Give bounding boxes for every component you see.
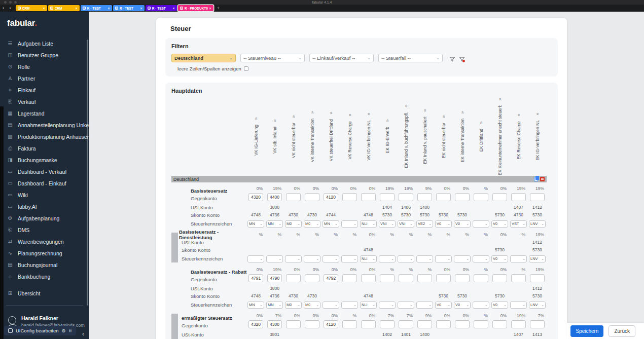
- delete-icon[interactable]: [540, 177, 545, 181]
- filter-clear-icon[interactable]: [459, 55, 465, 61]
- steuerkennzeichen-select[interactable]: LNV⌄: [529, 255, 546, 262]
- column-header-ek-kleinunternehmer-unecht-steuerbef[interactable]: »EK Kleinunternehmer unecht steuerbef.: [490, 96, 509, 176]
- column-header-vk-ig-lieferung[interactable]: »VK IG-Lieferung: [246, 96, 265, 176]
- column-header-ek-reverse-charge[interactable]: »EK Reverse Charge: [509, 96, 528, 176]
- gegenkonto-input[interactable]: [530, 193, 545, 201]
- sidebar-item-produktionsplanung-anhausen[interactable]: ▧Produktionsplanung Anhausen: [0, 131, 89, 142]
- gegenkonto-input[interactable]: [361, 193, 376, 201]
- column-header-ek-drittland[interactable]: »EK Drittland: [472, 96, 490, 176]
- steuerkennzeichen-select[interactable]: ⌄: [398, 302, 414, 309]
- sidebar-item-aufgaben-liste[interactable]: ☰Aufgaben Liste: [0, 37, 89, 49]
- steuerkennzeichen-select[interactable]: ⌄: [341, 255, 358, 262]
- country-select[interactable]: Deutschland⌄: [171, 54, 236, 62]
- steuerkennzeichen-select[interactable]: V0⌄: [454, 302, 471, 309]
- save-button[interactable]: Speichern: [570, 325, 603, 337]
- gegenkonto-input[interactable]: [342, 320, 357, 328]
- gegenkonto-input[interactable]: [455, 193, 470, 201]
- gegenkonto-input[interactable]: [399, 193, 413, 201]
- column-header-vk-reverse-charge[interactable]: »VK Reverse Charge: [340, 96, 359, 176]
- steuerkennzeichen-select[interactable]: ⌄: [341, 302, 358, 309]
- sidebar-item-einkauf[interactable]: ⌗Einkauf: [0, 84, 89, 96]
- steuerkennzeichen-select[interactable]: ⌄: [323, 255, 339, 262]
- gegenkonto-input[interactable]: [380, 193, 395, 201]
- gegenkonto-input[interactable]: [305, 274, 319, 282]
- steuerkennzeichen-select[interactable]: LNV⌄: [529, 220, 546, 228]
- gegenkonto-input[interactable]: [248, 193, 263, 201]
- gegenkonto-input[interactable]: [267, 320, 282, 328]
- gegenkonto-input[interactable]: [492, 193, 507, 201]
- steuerkennzeichen-select[interactable]: VNI⌄: [379, 220, 396, 228]
- tab-close-icon[interactable]: ×: [43, 7, 45, 10]
- column-header-ek-inland-v-buchführungspfl[interactable]: »EK Inland v. buchführungspfl.: [397, 96, 415, 176]
- steuerkennzeichen-select[interactable]: ⌄: [416, 302, 433, 309]
- sidebar-item-fabby-ai[interactable]: ▭fabby.AI: [0, 201, 89, 212]
- steuerkennzeichen-select[interactable]: ⌄: [379, 302, 396, 309]
- sidebar-item-dms[interactable]: ⎗DMS: [0, 224, 89, 236]
- steuerkennzeichen-select[interactable]: MN⌄: [323, 220, 339, 228]
- steuerkennzeichen-select[interactable]: V0⌄: [435, 302, 452, 309]
- sidebar-item-wiki[interactable]: ▭Wiki: [0, 189, 89, 201]
- group-drag-handle[interactable]: [171, 314, 178, 339]
- gegenkonto-input[interactable]: [248, 320, 263, 328]
- steuerkennzeichen-select[interactable]: V0⌄: [435, 220, 452, 228]
- sidebar-item-warenbewegungen[interactable]: ⇄Warenbewegungen: [0, 236, 89, 247]
- gegenkonto-input[interactable]: [342, 274, 357, 282]
- sidebar-item-dashboard-einkauf[interactable]: ▭Dashboard - Einkauf: [0, 177, 89, 189]
- steuerkennzeichen-select[interactable]: ⌄: [304, 255, 320, 262]
- tab-close-icon[interactable]: ×: [209, 7, 211, 10]
- steuerkennzeichen-select[interactable]: ⌄: [247, 255, 264, 262]
- column-header-vk-stb-inland[interactable]: »VK stb. Inland: [265, 96, 284, 176]
- steuerkennzeichen-select[interactable]: V0⌄: [491, 302, 508, 309]
- steuerkennzeichen-select[interactable]: VST⌄: [510, 220, 527, 228]
- steuerkennzeichen-select[interactable]: ⌄: [398, 255, 414, 262]
- gegenkonto-input[interactable]: [436, 320, 451, 328]
- tab-r-test[interactable]: R - TEST×: [146, 5, 177, 11]
- gegenkonto-input[interactable]: [286, 274, 301, 282]
- gegenkonto-input[interactable]: [267, 193, 282, 201]
- steuerkennzeichen-select[interactable]: ⌄: [416, 255, 433, 262]
- column-header-ek-nicht-steuerbar[interactable]: »EK nicht steuerbar: [434, 96, 453, 176]
- tab-close-icon[interactable]: ×: [140, 7, 142, 10]
- tax-level-select[interactable]: -- Steuerniveau --⌄: [240, 54, 305, 62]
- gegenkonto-input[interactable]: [305, 193, 319, 201]
- steuerkennzeichen-select[interactable]: MN⌄: [247, 302, 264, 309]
- sidebar-scrollbar[interactable]: [87, 40, 88, 306]
- column-header-vk-steuerfrei-drittland[interactable]: »VK steuerfrei Drittland: [321, 96, 340, 176]
- gegenkonto-input[interactable]: [492, 320, 507, 328]
- gegenkonto-input[interactable]: [305, 320, 319, 328]
- back-button[interactable]: ‹: [0, 5, 7, 11]
- tab-r-test[interactable]: R - TEST×: [113, 5, 145, 11]
- steuerkennzeichen-select[interactable]: V0⌄: [491, 220, 508, 228]
- steuerkennzeichen-select[interactable]: M0⌄: [285, 220, 302, 228]
- show-empty-checkbox[interactable]: [244, 66, 248, 71]
- maximize-window-icon[interactable]: [14, 1, 17, 4]
- column-header-ek-interne-transaktion[interactable]: »EK interne Transaktion: [453, 96, 472, 176]
- column-header-vk-ig-verbringen-nl[interactable]: »VK IG-Verbringen NL: [359, 96, 378, 176]
- tab-r-produktiv[interactable]: R - PRODUKTIV×: [178, 5, 213, 11]
- gegenkonto-input[interactable]: [492, 274, 507, 282]
- tab-close-icon[interactable]: ×: [108, 7, 110, 10]
- gegenkonto-input[interactable]: [511, 193, 526, 201]
- sidebar-item-benutzer-gruppe[interactable]: ◫Benutzer Gruppe: [0, 49, 89, 61]
- gegenkonto-input[interactable]: [380, 274, 395, 282]
- steuerkennzeichen-select[interactable]: M0⌄: [304, 220, 320, 228]
- steuerkennzeichen-select[interactable]: ⌄: [473, 302, 489, 309]
- new-tab-button[interactable]: +: [214, 6, 222, 11]
- steuerkennzeichen-select[interactable]: V0⌄: [491, 255, 508, 262]
- filter-icon[interactable]: [449, 55, 455, 61]
- gear-icon[interactable]: ⚙: [62, 328, 66, 333]
- gegenkonto-input[interactable]: [324, 274, 338, 282]
- steuerkennzeichen-select[interactable]: ⌄: [266, 255, 283, 262]
- tab-close-icon[interactable]: ×: [173, 7, 175, 10]
- steuerkennzeichen-select[interactable]: MN⌄: [266, 220, 283, 228]
- gegenkonto-input[interactable]: [455, 274, 470, 282]
- steuerkennzeichen-select[interactable]: MN⌄: [266, 302, 283, 309]
- gegenkonto-input[interactable]: [342, 193, 357, 201]
- steuerkennzeichen-select[interactable]: NLI⌄: [360, 220, 377, 228]
- sidebar-item-bankbuchung[interactable]: ⌂Bankbuchung: [0, 271, 89, 282]
- gegenkonto-input[interactable]: [286, 320, 301, 328]
- tab-r-test[interactable]: R - TEST×: [81, 5, 112, 11]
- gegenkonto-input[interactable]: [455, 320, 470, 328]
- group-drag-handle[interactable]: [171, 233, 178, 262]
- column-header-ek-ig-verbringen-nl[interactable]: »EK IG-Verbringen NL: [528, 96, 547, 176]
